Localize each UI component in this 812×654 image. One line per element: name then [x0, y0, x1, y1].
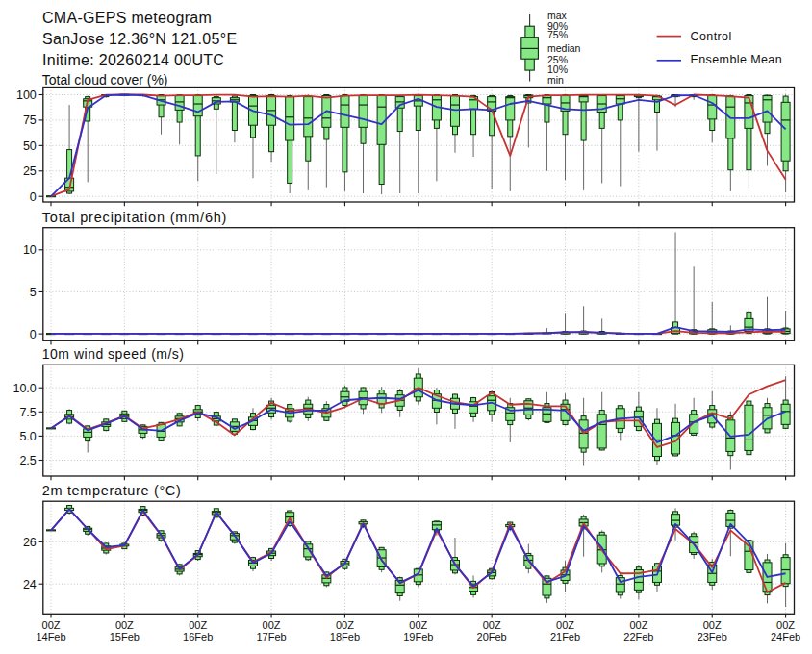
svg-text:75: 75 — [23, 113, 37, 127]
svg-text:10m wind speed (m/s): 10m wind speed (m/s) — [42, 346, 185, 362]
svg-text:21Feb: 21Feb — [550, 631, 580, 642]
svg-text:00Z: 00Z — [409, 619, 427, 631]
svg-text:00Z: 00Z — [189, 619, 207, 631]
svg-text:26: 26 — [23, 536, 37, 549]
svg-text:median: median — [547, 42, 581, 54]
svg-text:00Z: 00Z — [263, 619, 281, 631]
svg-text:00Z: 00Z — [556, 619, 574, 631]
svg-text:50: 50 — [23, 139, 37, 153]
svg-text:max: max — [547, 10, 568, 21]
svg-text:100: 100 — [16, 88, 37, 102]
svg-text:00Z: 00Z — [703, 619, 722, 631]
svg-text:00Z: 00Z — [42, 619, 61, 631]
svg-text:min: min — [547, 74, 564, 86]
svg-text:0: 0 — [30, 190, 37, 204]
svg-text:10.0: 10.0 — [13, 382, 36, 395]
svg-text:Control: Control — [691, 30, 732, 43]
svg-text:Initime: 20260214 00UTC: Initime: 20260214 00UTC — [42, 52, 224, 68]
svg-text:0: 0 — [30, 328, 37, 341]
svg-text:00Z: 00Z — [336, 619, 354, 631]
svg-text:18Feb: 18Feb — [330, 631, 360, 642]
svg-text:16Feb: 16Feb — [183, 631, 213, 642]
svg-text:75%: 75% — [547, 29, 568, 40]
svg-text:20Feb: 20Feb — [477, 631, 507, 642]
svg-text:2m temperature (°C): 2m temperature (°C) — [42, 483, 182, 498]
svg-text:24: 24 — [23, 578, 37, 591]
svg-text:Ensemble Mean: Ensemble Mean — [691, 53, 783, 66]
svg-text:17Feb: 17Feb — [256, 631, 286, 642]
svg-text:5.0: 5.0 — [19, 430, 36, 443]
svg-text:CMA-GEPS meteogram: CMA-GEPS meteogram — [42, 10, 212, 26]
svg-text:5: 5 — [30, 286, 37, 299]
svg-text:22Feb: 22Feb — [623, 631, 653, 642]
svg-text:Total precipitation (mm/6h): Total precipitation (mm/6h) — [42, 210, 227, 225]
svg-text:00Z: 00Z — [776, 619, 795, 631]
svg-text:19Feb: 19Feb — [403, 631, 433, 642]
svg-text:00Z: 00Z — [629, 619, 647, 631]
svg-text:25: 25 — [23, 164, 37, 178]
svg-text:24Feb: 24Feb — [771, 631, 800, 642]
svg-text:SanJose 12.36°N 121.05°E: SanJose 12.36°N 121.05°E — [42, 31, 237, 47]
svg-text:Total cloud cover (%): Total cloud cover (%) — [42, 72, 168, 88]
svg-text:00Z: 00Z — [115, 619, 134, 631]
svg-text:2.5: 2.5 — [19, 454, 36, 467]
svg-text:15Feb: 15Feb — [110, 631, 140, 642]
svg-text:23Feb: 23Feb — [698, 631, 727, 642]
svg-text:7.5: 7.5 — [19, 406, 36, 419]
svg-text:00Z: 00Z — [483, 619, 501, 631]
svg-text:10: 10 — [23, 243, 37, 257]
svg-text:14Feb: 14Feb — [36, 631, 65, 642]
svg-text:10%: 10% — [547, 63, 568, 75]
